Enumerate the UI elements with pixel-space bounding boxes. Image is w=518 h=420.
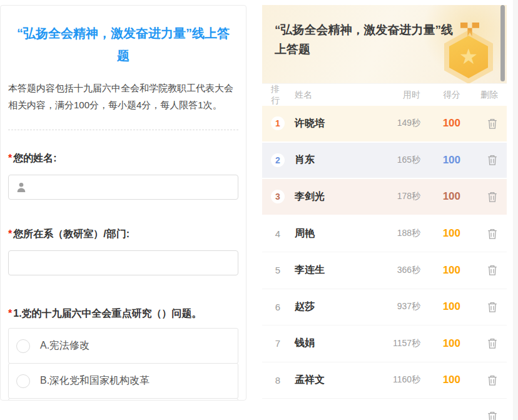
answer-option-label: B.深化党和国家机构改革 (40, 374, 150, 387)
table-header-row: 排行 姓名 用时 得分 删除 (262, 83, 507, 106)
score-value: 100 (420, 190, 460, 203)
answer-option[interactable]: A.宪法修改 (8, 328, 238, 364)
player-name: 周艳 (295, 227, 360, 240)
column-header-name: 姓名 (295, 90, 360, 101)
table-row: 6 赵莎 937秒 100 (262, 289, 507, 326)
player-name: 钱娟 (295, 337, 360, 350)
player-name: 赵莎 (295, 300, 360, 314)
page-scrollbar-track[interactable] (513, 0, 518, 420)
score-value: 100 (420, 117, 460, 130)
table-row: 8 孟祥文 1160秒 100 (262, 362, 507, 399)
leaderboard-title: “弘扬全会精神，激发奋进力量”线上答题 (275, 20, 462, 59)
rank-badge: 4 (271, 227, 285, 240)
time-used: 149秒 (360, 118, 420, 129)
delete-cell (460, 301, 498, 313)
department-input-box[interactable] (8, 250, 238, 275)
delete-cell (460, 337, 498, 349)
rank-cell: 1 (271, 116, 286, 130)
delete-cell (460, 264, 498, 276)
player-name: 肖东 (295, 153, 360, 166)
trash-icon[interactable] (487, 191, 498, 203)
department-input[interactable] (15, 258, 231, 269)
name-field-label-text: 您的姓名: (13, 153, 56, 163)
player-name: 孟祥文 (295, 374, 360, 387)
rank-cell: 4 (271, 227, 286, 240)
scrollbar-thumb[interactable] (500, 5, 505, 81)
radio-icon[interactable] (16, 374, 30, 388)
table-row: 5 李连生 366秒 100 (262, 252, 507, 289)
player-name: 李剑光 (295, 190, 360, 203)
name-input[interactable] (33, 182, 231, 193)
person-icon (15, 181, 28, 193)
rank-cell: 7 (271, 337, 286, 351)
table-row-partial (262, 399, 507, 420)
table-row: 2 肖东 165秒 100 (262, 143, 507, 180)
column-header-time: 用时 (360, 90, 420, 101)
name-input-box[interactable] (8, 175, 238, 200)
column-header-delete: 删除 (460, 90, 498, 101)
delete-cell (460, 118, 498, 130)
answer-option-label: A.宪法修改 (40, 339, 89, 352)
trash-icon[interactable] (487, 118, 498, 130)
leaderboard-panel: ★ “弘扬全会精神，激发奋进力量”线上答题 排行 姓名 用时 得分 删除 1 许… (262, 5, 507, 420)
delete-cell (460, 374, 498, 386)
leaderboard-body: 1 许晓培 149秒 100 (262, 106, 507, 420)
rank-cell: 2 (271, 153, 286, 167)
table-row: 7 钱娟 1157秒 100 (262, 325, 507, 362)
column-header-rank: 排行 (271, 84, 286, 106)
time-used: 937秒 (360, 301, 420, 312)
trash-icon[interactable] (487, 154, 498, 166)
form-title: “弘扬全会精神，激发奋进力量”线上答题 (13, 22, 233, 67)
rank-cell: 6 (271, 300, 286, 314)
required-asterisk: * (8, 153, 12, 163)
rank-badge: 1 (271, 116, 285, 130)
rank-cell: 5 (271, 264, 286, 277)
quiz-form-panel: “弘扬全会精神，激发奋进力量”线上答题 本答题内容包括十九届六中全会和学院教职工… (0, 5, 246, 401)
time-used: 1157秒 (360, 338, 420, 349)
answer-option[interactable]: B.深化党和国家机构改革 (8, 363, 238, 399)
score-value: 100 (420, 300, 460, 313)
rank-badge: 8 (271, 373, 285, 387)
delete-cell (460, 191, 498, 203)
trash-icon[interactable] (487, 337, 498, 349)
dashed-divider (8, 130, 238, 130)
score-value: 100 (420, 227, 460, 240)
department-field-label-text: 您所在系（教研室）/部门: (13, 228, 130, 239)
player-name: 许晓培 (295, 117, 360, 130)
time-used: 366秒 (360, 265, 420, 276)
player-name: 李连生 (295, 264, 360, 277)
score-value: 100 (420, 264, 460, 277)
rank-badge: 5 (271, 264, 285, 277)
department-field-group: *您所在系（教研室）/部门: (8, 227, 238, 275)
rank-badge: 6 (271, 300, 285, 314)
trash-icon[interactable] (487, 301, 498, 313)
delete-cell (460, 154, 498, 166)
time-used: 188秒 (360, 228, 420, 239)
time-used: 1160秒 (360, 374, 420, 386)
delete-cell (460, 228, 498, 240)
rank-badge: 2 (271, 153, 285, 167)
question-1-label-text: 1.党的十九届六中全会重点研究（）问题。 (13, 308, 201, 319)
table-row: 3 李剑光 178秒 100 (262, 179, 507, 216)
rank-badge: 3 (271, 190, 285, 203)
form-description: 本答题内容包括十九届六中全会和学院教职工代表大会相关内容，满分100分，每小题4… (8, 79, 238, 113)
page: “弘扬全会精神，激发奋进力量”线上答题 本答题内容包括十九届六中全会和学院教职工… (0, 0, 518, 420)
time-used: 178秒 (360, 191, 420, 202)
name-field-group: *您的姓名: (8, 151, 238, 200)
score-value: 100 (420, 374, 460, 386)
question-1-group: *1.党的十九届六中全会重点研究（）问题。 A.宪法修改 B.深化党和国家机构改… (8, 307, 238, 401)
trash-icon[interactable] (487, 228, 498, 240)
rank-badge: 7 (271, 337, 285, 351)
radio-icon[interactable] (16, 339, 30, 353)
answer-option-partial[interactable] (8, 398, 238, 401)
name-field-label: *您的姓名: (8, 151, 238, 165)
score-value: 100 (420, 154, 460, 166)
rank-cell: 3 (271, 190, 286, 203)
trash-icon[interactable] (487, 411, 498, 420)
delete-cell (460, 411, 498, 420)
table-row: 1 许晓培 149秒 100 (262, 106, 507, 143)
department-field-label: *您所在系（教研室）/部门: (8, 227, 238, 241)
trash-icon[interactable] (487, 264, 498, 276)
leaderboard-header: ★ “弘扬全会精神，激发奋进力量”线上答题 (262, 5, 507, 83)
trash-icon[interactable] (487, 374, 498, 386)
